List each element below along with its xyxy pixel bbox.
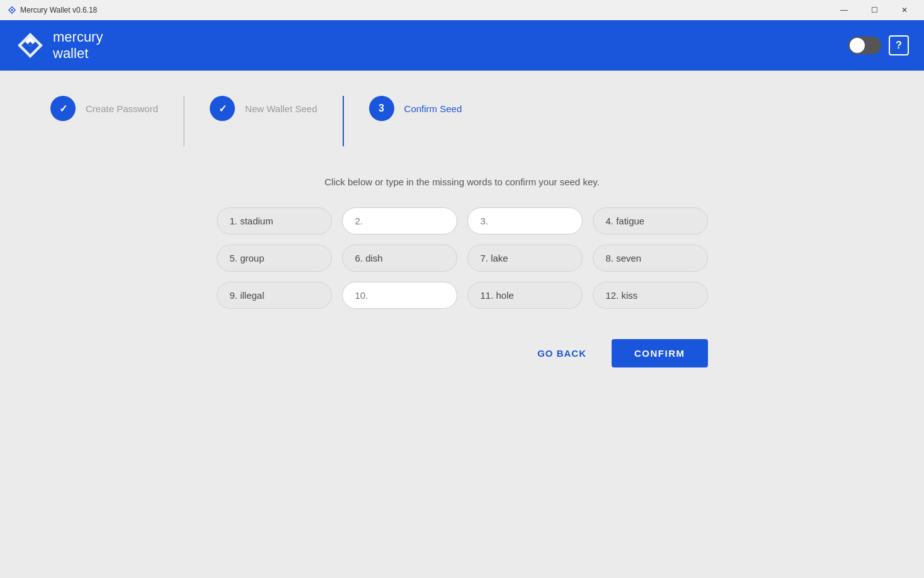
seed-input-2[interactable] — [355, 216, 444, 226]
step-1-circle: ✓ — [50, 96, 76, 121]
seed-word-8: 8. seven — [593, 245, 708, 272]
step-3-label: Confirm Seed — [404, 103, 462, 114]
seed-grid: 1. stadium4. fatigue5. group6. dish7. la… — [217, 207, 708, 309]
app-icon — [8, 6, 16, 14]
buttons-row: GO BACK CONFIRM — [217, 339, 708, 367]
minimize-button[interactable]: — — [830, 0, 858, 20]
seed-word-12: 12. kiss — [593, 282, 708, 309]
logo-icon — [15, 30, 45, 61]
instruction-text: Click below or type in the missing words… — [38, 176, 886, 187]
header-controls: ? — [848, 35, 909, 55]
seed-input-10[interactable] — [355, 290, 444, 301]
seed-word-9: 9. illegal — [217, 282, 332, 309]
app-header: mercury wallet ? — [0, 20, 924, 71]
close-button[interactable]: ✕ — [890, 0, 919, 20]
step-create-password: ✓ Create Password — [50, 96, 158, 121]
seed-word-11: 11. hole — [467, 282, 583, 309]
title-bar-controls: — ☐ ✕ — [830, 0, 919, 20]
toggle-knob — [850, 38, 865, 53]
app-title: Mercury Wallet v0.6.18 — [20, 6, 97, 14]
step-1-label: Create Password — [86, 103, 158, 114]
logo-text: mercury wallet — [53, 29, 103, 62]
step-2-label: New Wallet Seed — [245, 103, 317, 114]
dark-mode-toggle[interactable] — [848, 37, 881, 54]
go-back-button[interactable]: GO BACK — [522, 339, 602, 367]
main-content: ✓ Create Password ✓ New Wallet Seed 3 Co… — [0, 71, 924, 578]
logo-area: mercury wallet — [15, 29, 103, 62]
step-divider-2 — [343, 96, 344, 146]
step-confirm-seed: 3 Confirm Seed — [369, 96, 462, 121]
step-3-circle: 3 — [369, 96, 394, 121]
seed-word-5: 5. group — [217, 245, 332, 272]
maximize-button[interactable]: ☐ — [860, 0, 889, 20]
seed-input-3[interactable] — [481, 216, 569, 226]
steps-container: ✓ Create Password ✓ New Wallet Seed 3 Co… — [38, 96, 886, 146]
step-2-circle: ✓ — [210, 96, 235, 121]
title-bar-left: Mercury Wallet v0.6.18 — [8, 6, 97, 14]
seed-word-2[interactable] — [342, 207, 457, 234]
help-button[interactable]: ? — [889, 35, 909, 55]
step-divider-1 — [183, 96, 185, 146]
seed-word-1: 1. stadium — [217, 207, 332, 234]
step-new-wallet-seed: ✓ New Wallet Seed — [210, 96, 317, 121]
seed-word-7: 7. lake — [467, 245, 583, 272]
seed-word-10[interactable] — [342, 282, 457, 309]
seed-word-6: 6. dish — [342, 245, 457, 272]
seed-word-3[interactable] — [467, 207, 583, 234]
title-bar: Mercury Wallet v0.6.18 — ☐ ✕ — [0, 0, 924, 20]
confirm-button[interactable]: CONFIRM — [612, 339, 708, 367]
seed-word-4: 4. fatigue — [593, 207, 708, 234]
